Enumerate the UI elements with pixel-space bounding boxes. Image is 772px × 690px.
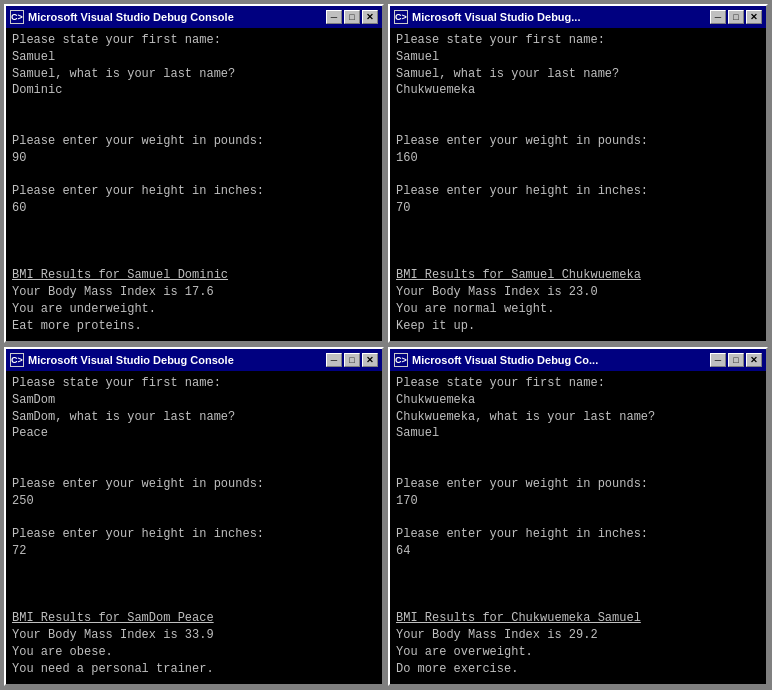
console-line: Samuel, what is your last name? bbox=[396, 66, 760, 83]
console-line bbox=[12, 99, 376, 116]
console-line: You are normal weight. bbox=[396, 301, 760, 318]
console-line: Dominic bbox=[12, 82, 376, 99]
console-line: Samuel bbox=[396, 49, 760, 66]
console-line: Chukwuemeka bbox=[396, 392, 760, 409]
window-title-3: Microsoft Visual Studio Debug Console bbox=[28, 354, 234, 366]
console-line: BMI Results for Chukwuemeka Samuel bbox=[396, 610, 760, 627]
console-line: Do more exercise. bbox=[396, 661, 760, 678]
console-line: Your Body Mass Index is 23.0 bbox=[396, 284, 760, 301]
console-line: SamDom, what is your last name? bbox=[12, 409, 376, 426]
console-line bbox=[12, 116, 376, 133]
minimize-button[interactable]: ─ bbox=[710, 353, 726, 367]
minimize-button[interactable]: ─ bbox=[326, 353, 342, 367]
console-line bbox=[12, 459, 376, 476]
console-line bbox=[12, 166, 376, 183]
title-bar-2: C>Microsoft Visual Studio Debug...─□✕ bbox=[390, 6, 766, 28]
console-line bbox=[12, 250, 376, 267]
console-line: Please state your first name: bbox=[396, 32, 760, 49]
console-line: Please enter your weight in pounds: bbox=[396, 476, 760, 493]
window-title-2: Microsoft Visual Studio Debug... bbox=[412, 11, 580, 23]
console-window-1: C>Microsoft Visual Studio Debug Console─… bbox=[4, 4, 384, 343]
console-line bbox=[396, 577, 760, 594]
console-icon: C> bbox=[394, 353, 408, 367]
desktop: C>Microsoft Visual Studio Debug Console─… bbox=[0, 0, 772, 690]
console-line bbox=[396, 459, 760, 476]
console-line: Chukwuemeka bbox=[396, 82, 760, 99]
console-line: Eat more proteins. bbox=[12, 318, 376, 335]
maximize-button[interactable]: □ bbox=[728, 10, 744, 24]
console-line bbox=[12, 217, 376, 234]
console-line bbox=[396, 116, 760, 133]
console-line: You are overweight. bbox=[396, 644, 760, 661]
console-line: 250 bbox=[12, 493, 376, 510]
console-line: Your Body Mass Index is 29.2 bbox=[396, 627, 760, 644]
console-line bbox=[396, 442, 760, 459]
console-line: Please enter your weight in pounds: bbox=[396, 133, 760, 150]
console-line: Samuel bbox=[12, 49, 376, 66]
console-line bbox=[396, 593, 760, 610]
console-line: BMI Results for Samuel Chukwuemeka bbox=[396, 267, 760, 284]
close-button[interactable]: ✕ bbox=[746, 10, 762, 24]
minimize-button[interactable]: ─ bbox=[326, 10, 342, 24]
console-line: Peace bbox=[12, 425, 376, 442]
close-button[interactable]: ✕ bbox=[746, 353, 762, 367]
console-line bbox=[12, 577, 376, 594]
console-line: 90 bbox=[12, 150, 376, 167]
console-icon: C> bbox=[394, 10, 408, 24]
console-content-2[interactable]: Please state your first name:SamuelSamue… bbox=[390, 28, 766, 341]
console-line: Chukwuemeka, what is your last name? bbox=[396, 409, 760, 426]
close-button[interactable]: ✕ bbox=[362, 353, 378, 367]
maximize-button[interactable]: □ bbox=[344, 10, 360, 24]
console-line: Please enter your weight in pounds: bbox=[12, 476, 376, 493]
console-line bbox=[12, 509, 376, 526]
console-content-1[interactable]: Please state your first name:SamuelSamue… bbox=[6, 28, 382, 341]
console-line: You are obese. bbox=[12, 644, 376, 661]
title-bar-3: C>Microsoft Visual Studio Debug Console─… bbox=[6, 349, 382, 371]
console-line bbox=[12, 593, 376, 610]
console-line: Please enter your weight in pounds: bbox=[12, 133, 376, 150]
console-line bbox=[12, 234, 376, 251]
window-title-1: Microsoft Visual Studio Debug Console bbox=[28, 11, 234, 23]
console-line bbox=[12, 442, 376, 459]
console-line: Your Body Mass Index is 33.9 bbox=[12, 627, 376, 644]
title-bar-4: C>Microsoft Visual Studio Debug Co...─□✕ bbox=[390, 349, 766, 371]
console-line: You need a personal trainer. bbox=[12, 661, 376, 678]
console-line: Samuel bbox=[396, 425, 760, 442]
close-button[interactable]: ✕ bbox=[362, 10, 378, 24]
console-window-4: C>Microsoft Visual Studio Debug Co...─□✕… bbox=[388, 347, 768, 686]
console-line: BMI Results for SamDom Peace bbox=[12, 610, 376, 627]
console-line: Please state your first name: bbox=[12, 375, 376, 392]
console-window-2: C>Microsoft Visual Studio Debug...─□✕Ple… bbox=[388, 4, 768, 343]
console-line: Please enter your height in inches: bbox=[396, 183, 760, 200]
minimize-button[interactable]: ─ bbox=[710, 10, 726, 24]
console-line: You are underweight. bbox=[12, 301, 376, 318]
console-line bbox=[396, 560, 760, 577]
console-icon: C> bbox=[10, 353, 24, 367]
console-line bbox=[396, 217, 760, 234]
console-line bbox=[396, 166, 760, 183]
console-line: 160 bbox=[396, 150, 760, 167]
console-line: Keep it up. bbox=[396, 318, 760, 335]
window-title-4: Microsoft Visual Studio Debug Co... bbox=[412, 354, 598, 366]
console-line: 170 bbox=[396, 493, 760, 510]
console-line bbox=[396, 250, 760, 267]
console-line bbox=[12, 560, 376, 577]
console-line: Samuel, what is your last name? bbox=[12, 66, 376, 83]
console-line: 70 bbox=[396, 200, 760, 217]
console-content-3[interactable]: Please state your first name:SamDomSamDo… bbox=[6, 371, 382, 684]
title-bar-1: C>Microsoft Visual Studio Debug Console─… bbox=[6, 6, 382, 28]
console-line: Your Body Mass Index is 17.6 bbox=[12, 284, 376, 301]
console-line: Please state your first name: bbox=[12, 32, 376, 49]
console-line: Please enter your height in inches: bbox=[396, 526, 760, 543]
console-icon: C> bbox=[10, 10, 24, 24]
console-line bbox=[396, 509, 760, 526]
console-line: Please state your first name: bbox=[396, 375, 760, 392]
console-content-4[interactable]: Please state your first name:Chukwuemeka… bbox=[390, 371, 766, 684]
maximize-button[interactable]: □ bbox=[344, 353, 360, 367]
maximize-button[interactable]: □ bbox=[728, 353, 744, 367]
console-line: BMI Results for Samuel Dominic bbox=[12, 267, 376, 284]
console-line: Please enter your height in inches: bbox=[12, 183, 376, 200]
console-line: 72 bbox=[12, 543, 376, 560]
console-line: 64 bbox=[396, 543, 760, 560]
console-line bbox=[396, 99, 760, 116]
